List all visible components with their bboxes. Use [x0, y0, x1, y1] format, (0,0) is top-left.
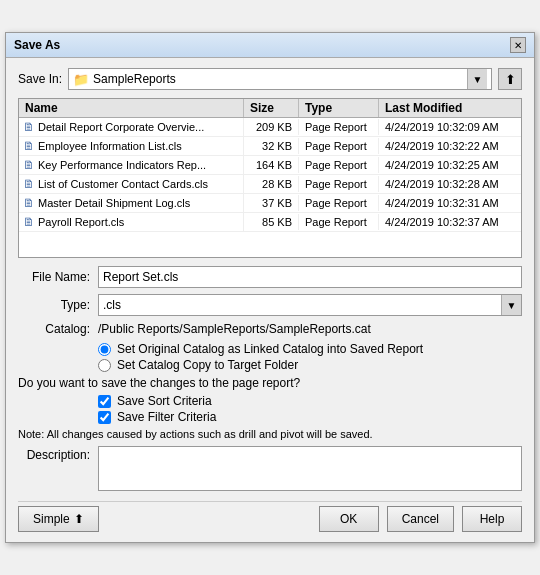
file-name: Key Performance Indicators Rep... [38, 159, 206, 171]
radio-row-1: Set Original Catalog as Linked Catalog i… [98, 342, 522, 356]
radio-catalog-copy-label[interactable]: Set Catalog Copy to Target Folder [117, 358, 298, 372]
file-name-cell: 🗎 Key Performance Indicators Rep... [19, 156, 244, 174]
file-name-cell: 🗎 Employee Information List.cls [19, 137, 244, 155]
file-type-cell: Page Report [299, 157, 379, 173]
radio-original-catalog-label[interactable]: Set Original Catalog as Linked Catalog i… [117, 342, 423, 356]
description-textarea[interactable] [98, 446, 522, 491]
col-header-size: Size [244, 99, 299, 117]
table-row[interactable]: 🗎 Employee Information List.cls 32 KB Pa… [19, 137, 521, 156]
file-name-cell: 🗎 List of Customer Contact Cards.cls [19, 175, 244, 193]
save-filter-label[interactable]: Save Filter Criteria [117, 410, 216, 424]
file-type-cell: Page Report [299, 214, 379, 230]
save-in-text: SampleReports [93, 72, 467, 86]
nav-up-icon: ⬆ [505, 72, 516, 87]
cancel-button[interactable]: Cancel [387, 506, 454, 532]
note-text: Note: All changes caused by actions such… [18, 428, 522, 440]
type-dropdown-arrow[interactable]: ▼ [501, 295, 521, 315]
file-name-cell: 🗎 Detail Report Corporate Overvie... [19, 118, 244, 136]
file-rows-container: 🗎 Detail Report Corporate Overvie... 209… [19, 118, 521, 232]
table-row[interactable]: 🗎 Payroll Report.cls 85 KB Page Report 4… [19, 213, 521, 232]
radio-group: Set Original Catalog as Linked Catalog i… [98, 342, 522, 372]
file-icon: 🗎 [23, 158, 35, 172]
file-size-cell: 209 KB [244, 119, 299, 135]
file-modified-cell: 4/24/2019 10:32:31 AM [379, 195, 521, 211]
file-type-cell: Page Report [299, 138, 379, 154]
catalog-row: Catalog: /Public Reports/SampleReports/S… [18, 322, 522, 336]
file-name-row: File Name: [18, 266, 522, 288]
file-icon: 🗎 [23, 215, 35, 229]
file-type-cell: Page Report [299, 176, 379, 192]
simple-up-icon: ⬆ [74, 512, 84, 526]
file-type-cell: Page Report [299, 119, 379, 135]
file-name: Employee Information List.cls [38, 140, 182, 152]
file-modified-cell: 4/24/2019 10:32:09 AM [379, 119, 521, 135]
file-name-label: File Name: [18, 270, 98, 284]
table-row[interactable]: 🗎 List of Customer Contact Cards.cls 28 … [19, 175, 521, 194]
file-icon: 🗎 [23, 120, 35, 134]
file-icon: 🗎 [23, 139, 35, 153]
col-header-type: Type [299, 99, 379, 117]
table-row[interactable]: 🗎 Master Detail Shipment Log.cls 37 KB P… [19, 194, 521, 213]
radio-original-catalog[interactable] [98, 343, 111, 356]
file-list-header: Name Size Type Last Modified [19, 99, 521, 118]
save-as-dialog: Save As ✕ Save In: 📁 SampleReports ▼ ⬆ N… [5, 32, 535, 543]
file-type-label: Type: [18, 298, 98, 312]
radio-row-2: Set Catalog Copy to Target Folder [98, 358, 522, 372]
col-header-modified: Last Modified [379, 99, 521, 117]
file-modified-cell: 4/24/2019 10:32:25 AM [379, 157, 521, 173]
file-size-cell: 28 KB [244, 176, 299, 192]
save-in-row: Save In: 📁 SampleReports ▼ ⬆ [18, 68, 522, 90]
title-bar: Save As ✕ [6, 33, 534, 58]
file-size-cell: 32 KB [244, 138, 299, 154]
file-name-cell: 🗎 Payroll Report.cls [19, 213, 244, 231]
save-sort-checkbox[interactable] [98, 395, 111, 408]
simple-button-label: Simple [33, 512, 70, 526]
save-in-dropdown-arrow[interactable]: ▼ [467, 69, 487, 89]
question-text: Do you want to save the changes to the p… [18, 376, 522, 390]
radio-catalog-copy[interactable] [98, 359, 111, 372]
save-sort-label[interactable]: Save Sort Criteria [117, 394, 212, 408]
file-name-cell: 🗎 Master Detail Shipment Log.cls [19, 194, 244, 212]
file-name: Detail Report Corporate Overvie... [38, 121, 204, 133]
ok-button[interactable]: OK [319, 506, 379, 532]
btn-group-right: OK Cancel Help [319, 506, 522, 532]
file-modified-cell: 4/24/2019 10:32:22 AM [379, 138, 521, 154]
save-filter-checkbox[interactable] [98, 411, 111, 424]
file-modified-cell: 4/24/2019 10:32:28 AM [379, 176, 521, 192]
file-name: List of Customer Contact Cards.cls [38, 178, 208, 190]
catalog-path: /Public Reports/SampleReports/SampleRepo… [98, 322, 371, 336]
dialog-title: Save As [14, 38, 60, 52]
dialog-body: Save In: 📁 SampleReports ▼ ⬆ Name Size T… [6, 58, 534, 542]
checkbox-group: Save Sort Criteria Save Filter Criteria [98, 394, 522, 424]
table-row[interactable]: 🗎 Key Performance Indicators Rep... 164 … [19, 156, 521, 175]
col-header-name: Name [19, 99, 244, 117]
file-type-row: Type: .cls ▼ [18, 294, 522, 316]
file-type-select[interactable]: .cls ▼ [98, 294, 522, 316]
file-modified-cell: 4/24/2019 10:32:37 AM [379, 214, 521, 230]
save-in-combo[interactable]: 📁 SampleReports ▼ [68, 68, 492, 90]
file-type-cell: Page Report [299, 195, 379, 211]
description-label: Description: [18, 446, 98, 462]
close-icon: ✕ [514, 40, 522, 51]
file-name: Payroll Report.cls [38, 216, 124, 228]
save-in-nav-button[interactable]: ⬆ [498, 68, 522, 90]
description-row: Description: [18, 446, 522, 491]
folder-icon: 📁 [73, 72, 89, 87]
checkbox-row-filter: Save Filter Criteria [98, 410, 522, 424]
simple-button[interactable]: Simple ⬆ [18, 506, 99, 532]
type-arrow-icon: ▼ [507, 300, 517, 311]
checkbox-row-sort: Save Sort Criteria [98, 394, 522, 408]
file-name-input[interactable] [98, 266, 522, 288]
dropdown-arrow-icon: ▼ [473, 74, 483, 85]
catalog-label: Catalog: [18, 322, 98, 336]
file-list[interactable]: Name Size Type Last Modified 🗎 Detail Re… [18, 98, 522, 258]
file-size-cell: 37 KB [244, 195, 299, 211]
file-icon: 🗎 [23, 196, 35, 210]
file-type-value: .cls [99, 295, 501, 315]
help-button[interactable]: Help [462, 506, 522, 532]
table-row[interactable]: 🗎 Detail Report Corporate Overvie... 209… [19, 118, 521, 137]
button-row: Simple ⬆ OK Cancel Help [18, 501, 522, 532]
file-name: Master Detail Shipment Log.cls [38, 197, 190, 209]
close-button[interactable]: ✕ [510, 37, 526, 53]
file-size-cell: 164 KB [244, 157, 299, 173]
